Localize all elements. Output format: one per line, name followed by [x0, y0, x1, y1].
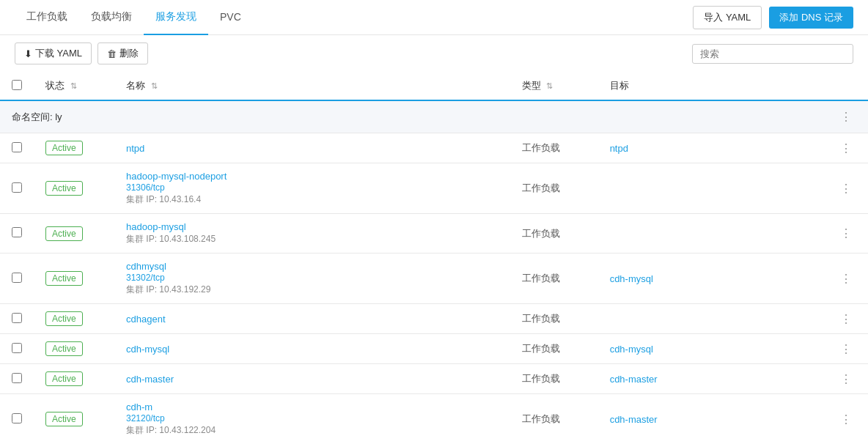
target-link[interactable]: ntpd — [610, 143, 628, 154]
target-cell — [598, 163, 824, 214]
table-row: Activecdhagent工作负载⋮ — [0, 304, 868, 334]
row-checkbox[interactable] — [12, 373, 22, 383]
namespace-cell: 命名空间: ly ⋮ — [0, 100, 868, 133]
download-yaml-button[interactable]: ⬇ 下载 YAML — [15, 42, 92, 64]
target-cell — [598, 304, 824, 334]
name-cell: hadoop-mysql集群 IP: 10.43.108.245 — [114, 214, 510, 254]
import-yaml-button[interactable]: 导入 YAML — [693, 6, 762, 29]
search-input[interactable] — [692, 44, 853, 64]
status-sort-icon[interactable]: ⇅ — [70, 81, 77, 90]
name-sort-icon[interactable]: ⇅ — [151, 81, 158, 90]
actions-cell: ⋮ — [824, 394, 868, 445]
top-actions: 导入 YAML 添加 DNS 记录 — [693, 6, 853, 29]
name-sub: 31302/tcp — [126, 273, 499, 283]
status-badge: Active — [45, 412, 83, 426]
header-checkbox-cell — [0, 72, 34, 100]
type-cell: 工作负载 — [510, 163, 598, 214]
target-link[interactable]: cdh-master — [610, 414, 658, 425]
row-checkbox[interactable] — [12, 142, 22, 152]
name-sub: 31306/tcp — [126, 182, 499, 193]
status-cell: Active — [34, 394, 114, 445]
type-cell: 工作负载 — [510, 304, 598, 334]
status-badge: Active — [45, 226, 83, 241]
row-checkbox-cell — [0, 133, 34, 163]
row-checkbox[interactable] — [12, 182, 22, 193]
add-dns-button[interactable]: 添加 DNS 记录 — [769, 7, 853, 29]
table-header: 状态 ⇅ 名称 ⇅ 类型 ⇅ 目标 — [0, 72, 868, 100]
status-badge: Active — [45, 371, 83, 386]
row-checkbox-cell — [0, 394, 34, 445]
service-name-link[interactable]: cdh-mysql — [126, 344, 169, 355]
status-cell: Active — [34, 304, 114, 334]
download-icon: ⬇ — [24, 48, 32, 59]
service-name-link[interactable]: cdhmysql — [126, 261, 166, 272]
header-name: 名称 ⇅ — [114, 72, 510, 100]
service-name-link[interactable]: cdh-master — [126, 374, 174, 385]
tab-lb[interactable]: 负载均衡 — [79, 0, 144, 35]
delete-label: 删除 — [119, 47, 139, 60]
name-cell: cdh-mysql — [114, 334, 510, 364]
type-cell: 工作负载 — [510, 394, 598, 445]
row-checkbox-cell — [0, 364, 34, 394]
tab-pvc[interactable]: PVC — [208, 0, 253, 35]
status-badge: Active — [45, 141, 83, 155]
table-row: Activecdh-m32120/tcp集群 IP: 10.43.122.204… — [0, 394, 868, 445]
type-value: 工作负载 — [522, 313, 560, 324]
row-menu-button[interactable]: ⋮ — [836, 311, 856, 327]
type-cell: 工作负载 — [510, 214, 598, 254]
target-cell: cdh-mysql — [598, 254, 824, 304]
type-value: 工作负载 — [522, 228, 560, 239]
row-menu-button[interactable]: ⋮ — [836, 141, 856, 156]
service-name-link[interactable]: ntpd — [126, 143, 144, 154]
row-checkbox[interactable] — [12, 413, 22, 423]
row-menu-button[interactable]: ⋮ — [836, 181, 856, 196]
target-cell: ntpd — [598, 133, 824, 163]
type-value: 工作负载 — [522, 273, 560, 284]
row-checkbox-cell — [0, 304, 34, 334]
target-cell: cdh-master — [598, 394, 824, 445]
actions-cell: ⋮ — [824, 133, 868, 163]
row-menu-button[interactable]: ⋮ — [836, 226, 856, 241]
tab-discovery[interactable]: 服务发现 — [144, 0, 208, 35]
name-sub2: 集群 IP: 10.43.192.29 — [126, 284, 499, 296]
type-sort-icon[interactable]: ⇅ — [546, 81, 553, 90]
type-cell: 工作负载 — [510, 364, 598, 394]
delete-button[interactable]: 🗑 删除 — [98, 42, 148, 64]
target-link[interactable]: cdh-mysql — [610, 344, 653, 355]
service-name-link[interactable]: cdhagent — [126, 314, 166, 325]
name-cell: cdh-m32120/tcp集群 IP: 10.43.122.204 — [114, 394, 510, 445]
status-badge: Active — [45, 311, 83, 326]
target-link[interactable]: cdh-master — [610, 374, 658, 385]
namespace-label: 命名空间: ly — [12, 111, 62, 124]
type-cell: 工作负载 — [510, 133, 598, 163]
table-row: Activecdhmysql31302/tcp集群 IP: 10.43.192.… — [0, 254, 868, 304]
tab-workload[interactable]: 工作负载 — [15, 0, 79, 35]
table-row: Activehadoop-mysql-nodeport31306/tcp集群 I… — [0, 163, 868, 214]
row-menu-button[interactable]: ⋮ — [836, 271, 856, 286]
namespace-menu-button[interactable]: ⋮ — [836, 108, 856, 125]
service-name-link[interactable]: cdh-m — [126, 402, 152, 412]
table-row: Activecdh-mysql工作负载cdh-mysql⋮ — [0, 334, 868, 364]
namespace-row: 命名空间: ly ⋮ — [0, 100, 868, 133]
row-checkbox[interactable] — [12, 343, 22, 353]
name-sub: 32120/tcp — [126, 413, 499, 423]
header-actions — [824, 72, 868, 100]
status-cell: Active — [34, 163, 114, 214]
row-checkbox[interactable] — [12, 273, 22, 283]
row-menu-button[interactable]: ⋮ — [836, 341, 856, 357]
status-badge: Active — [45, 271, 83, 286]
status-cell: Active — [34, 334, 114, 364]
service-name-link[interactable]: hadoop-mysql-nodeport — [126, 171, 227, 182]
search-container — [692, 44, 853, 64]
type-cell: 工作负载 — [510, 334, 598, 364]
row-checkbox[interactable] — [12, 227, 22, 237]
target-link[interactable]: cdh-mysql — [610, 273, 653, 284]
row-menu-button[interactable]: ⋮ — [836, 412, 856, 427]
row-checkbox[interactable] — [12, 313, 22, 323]
select-all-checkbox[interactable] — [12, 80, 22, 90]
service-name-link[interactable]: hadoop-mysql — [126, 221, 186, 232]
status-badge: Active — [45, 341, 83, 356]
type-value: 工作负载 — [522, 373, 560, 384]
row-menu-button[interactable]: ⋮ — [836, 371, 856, 387]
nav-tabs: 工作负载 负载均衡 服务发现 PVC — [15, 0, 253, 35]
